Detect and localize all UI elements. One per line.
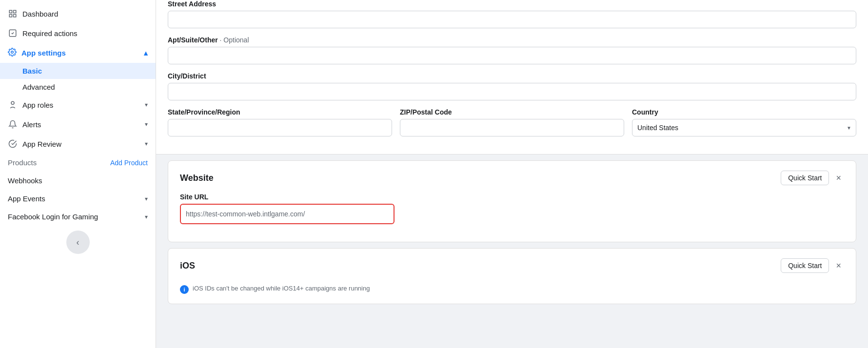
sidebar-item-alerts[interactable]: Alerts ▾ — [0, 115, 156, 134]
svg-rect-3 — [14, 15, 16, 17]
sidebar-item-basic[interactable]: Basic — [0, 63, 156, 79]
state-input[interactable] — [168, 119, 392, 136]
country-col: Country United States United Kingdom Can… — [632, 108, 856, 136]
site-url-label: Site URL — [180, 193, 844, 201]
zip-label: ZIP/Postal Code — [400, 108, 624, 116]
dashboard-label: Dashboard — [22, 10, 148, 18]
app-roles-icon — [8, 100, 18, 110]
svg-rect-1 — [14, 10, 16, 13]
ios-actions: Quick Start × — [781, 258, 844, 273]
country-select[interactable]: United States United Kingdom Canada — [632, 119, 856, 136]
sidebar-item-advanced[interactable]: Advanced — [0, 79, 156, 95]
sidebar-item-webhooks[interactable]: Webhooks — [0, 172, 156, 190]
app-review-chevron-icon: ▾ — [145, 140, 148, 147]
info-icon: i — [180, 285, 189, 294]
website-section-header: Website Quick Start × — [180, 171, 844, 185]
app-roles-label: App roles — [22, 101, 140, 109]
state-label: State/Province/Region — [168, 108, 392, 116]
sidebar-item-dashboard[interactable]: Dashboard — [0, 4, 156, 23]
facebook-login-chevron-icon: ▾ — [145, 213, 148, 220]
svg-point-6 — [11, 101, 14, 104]
webhooks-label: Webhooks — [8, 176, 148, 185]
app-review-icon — [8, 139, 18, 149]
city-district-row: City/District — [168, 72, 856, 100]
state-col: State/Province/Region — [168, 108, 392, 136]
app-settings-chevron-up-icon: ▴ — [144, 49, 148, 58]
zip-input[interactable] — [400, 119, 624, 136]
street-address-row: Street Address — [168, 0, 856, 28]
sidebar-item-facebook-login[interactable]: Facebook Login for Gaming ▾ — [0, 208, 156, 226]
app-settings-label: App settings — [21, 49, 139, 57]
website-section: Website Quick Start × ➜ Site URL — [168, 160, 856, 242]
sidebar-item-required-actions[interactable]: Required actions — [0, 23, 156, 43]
facebook-login-label: Facebook Login for Gaming — [8, 213, 140, 221]
ios-note-text: iOS IDs can't be changed while iOS14+ ca… — [193, 285, 370, 292]
ios-quick-start-button[interactable]: Quick Start — [781, 258, 829, 273]
apt-suite-row: Apt/Suite/Other · Optional — [168, 36, 856, 64]
main-content: Street Address Apt/Suite/Other · Optiona… — [156, 0, 868, 348]
add-product-link[interactable]: Add Product — [110, 159, 148, 167]
sidebar-item-app-roles[interactable]: App roles ▾ — [0, 95, 156, 115]
app-events-label: App Events — [8, 194, 140, 203]
required-actions-icon — [8, 28, 18, 38]
basic-label: Basic — [22, 67, 42, 75]
svg-rect-2 — [9, 15, 12, 17]
alerts-chevron-icon: ▾ — [145, 121, 148, 128]
website-quick-start-button[interactable]: Quick Start — [781, 171, 829, 185]
ios-note: i iOS IDs can't be changed while iOS14+ … — [180, 281, 844, 294]
website-title: Website — [180, 173, 214, 183]
svg-rect-0 — [9, 10, 12, 13]
alerts-icon — [8, 119, 18, 129]
site-url-row: Site URL — [180, 193, 844, 224]
ios-section: iOS Quick Start × i iOS IDs can't be cha… — [168, 248, 856, 304]
ios-title: iOS — [180, 261, 195, 271]
advanced-label: Advanced — [22, 83, 55, 91]
app-settings-icon — [8, 48, 17, 58]
red-arrow-indicator: ➜ — [864, 168, 868, 196]
ios-section-header: iOS Quick Start × — [180, 258, 844, 273]
sidebar-item-app-events[interactable]: App Events ▾ — [0, 190, 156, 208]
sidebar-item-app-review[interactable]: App Review ▾ — [0, 134, 156, 154]
city-district-input[interactable] — [168, 83, 856, 100]
street-address-input[interactable] — [168, 11, 856, 28]
country-select-wrapper: United States United Kingdom Canada — [632, 119, 856, 136]
svg-point-5 — [11, 51, 14, 54]
city-district-label: City/District — [168, 72, 856, 80]
apt-suite-input[interactable] — [168, 47, 856, 64]
address-section: Street Address Apt/Suite/Other · Optiona… — [156, 0, 868, 155]
apt-suite-label: Apt/Suite/Other · Optional — [168, 36, 856, 44]
address-three-col: State/Province/Region ZIP/Postal Code Co… — [168, 108, 856, 136]
products-label: Products — [8, 158, 110, 167]
sidebar-item-app-settings[interactable]: App settings ▴ — [0, 43, 156, 63]
street-address-label: Street Address — [168, 0, 856, 8]
app-review-label: App Review — [22, 140, 140, 148]
alerts-label: Alerts — [22, 120, 140, 129]
app-roles-chevron-icon: ▾ — [145, 101, 148, 108]
country-label: Country — [632, 108, 856, 116]
zip-col: ZIP/Postal Code — [400, 108, 624, 136]
app-events-chevron-icon: ▾ — [145, 195, 148, 202]
site-url-input[interactable] — [180, 204, 395, 224]
website-close-button[interactable]: × — [833, 173, 844, 183]
sidebar: Dashboard Required actions App settings … — [0, 0, 156, 348]
ios-close-button[interactable]: × — [833, 260, 844, 271]
products-row: Products Add Product — [0, 154, 156, 172]
website-actions: Quick Start × — [781, 171, 844, 185]
required-actions-label: Required actions — [22, 29, 148, 38]
dashboard-icon — [8, 9, 18, 19]
back-button[interactable]: ‹ — [66, 231, 90, 254]
